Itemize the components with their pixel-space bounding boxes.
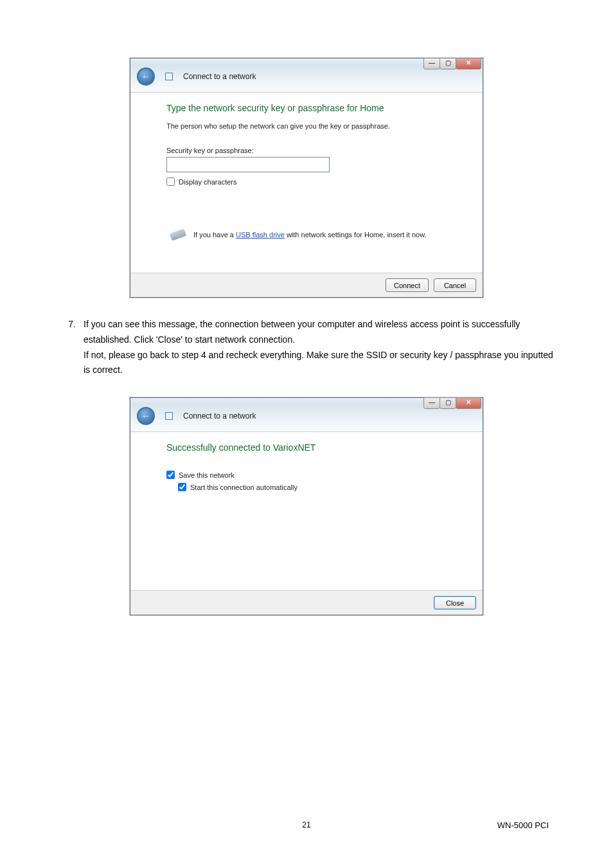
back-button[interactable]: ← [137,68,155,86]
dialog-body: Type the network security key or passphr… [130,93,483,273]
network-icon [164,411,174,421]
step-number: 7. [51,317,84,378]
dialog-heading: Successfully connected to VarioxNET [166,442,465,453]
dialog-footer: Connect Cancel [130,273,483,297]
dialog-subtext: The person who setup the network can giv… [166,122,465,130]
minimize-button[interactable]: — [423,397,440,409]
usb-flash-drive-link[interactable]: USB flash drive [236,231,285,239]
cancel-button[interactable]: Cancel [434,278,476,292]
titlebar: — ▢ ✕ [130,398,483,404]
model-label: WN-5000 PCI [497,820,549,830]
minimize-button[interactable]: — [423,58,440,69]
success-dialog: — ▢ ✕ ← Connect to a network Successfull… [130,397,483,615]
save-network-checkbox[interactable] [166,471,175,479]
usb-hint-pre: If you have a [193,231,236,239]
display-characters-checkbox[interactable] [166,177,175,186]
auto-start-checkbox[interactable] [178,483,186,491]
dialog-heading: Type the network security key or passphr… [166,103,465,113]
back-button[interactable]: ← [137,407,155,425]
close-button[interactable]: Close [434,596,476,610]
window-controls: — ▢ ✕ [424,58,481,69]
page-footer: WN-5000 PCI 21 [0,820,613,829]
connect-button[interactable]: Connect [386,278,429,292]
usb-drive-icon [170,228,187,240]
dialog-title: Connect to a network [183,72,256,81]
display-characters-label: Display characters [179,178,236,186]
titlebar: — ▢ ✕ [130,59,483,65]
passphrase-input[interactable] [166,157,330,172]
close-button[interactable]: ✕ [456,397,481,409]
save-network-label: Save this network [179,471,235,479]
auto-start-label: Start this connection automatically [190,484,298,491]
instruction-step-7: 7. If you can see this message, the conn… [51,317,562,378]
dialog-body: Successfully connected to VarioxNET Save… [130,432,483,590]
dialog-footer: Close [130,590,483,615]
step-text-line2: If not, please go back to step 4 and rec… [84,350,553,375]
maximize-button[interactable]: ▢ [440,397,456,409]
window-controls: — ▢ ✕ [424,397,481,409]
step-text-line1: If you can see this message, the connect… [84,319,520,345]
security-key-dialog: — ▢ ✕ ← Connect to a network Type the ne… [130,58,483,298]
close-button[interactable]: ✕ [456,58,481,69]
maximize-button[interactable]: ▢ [440,58,456,69]
passphrase-label: Security key or passphrase: [166,147,465,154]
dialog-title: Connect to a network [183,411,256,420]
usb-hint: If you have a USB flash drive with netwo… [170,231,465,239]
usb-hint-post: with network settings for Home, insert i… [285,231,427,239]
network-icon [164,71,174,82]
